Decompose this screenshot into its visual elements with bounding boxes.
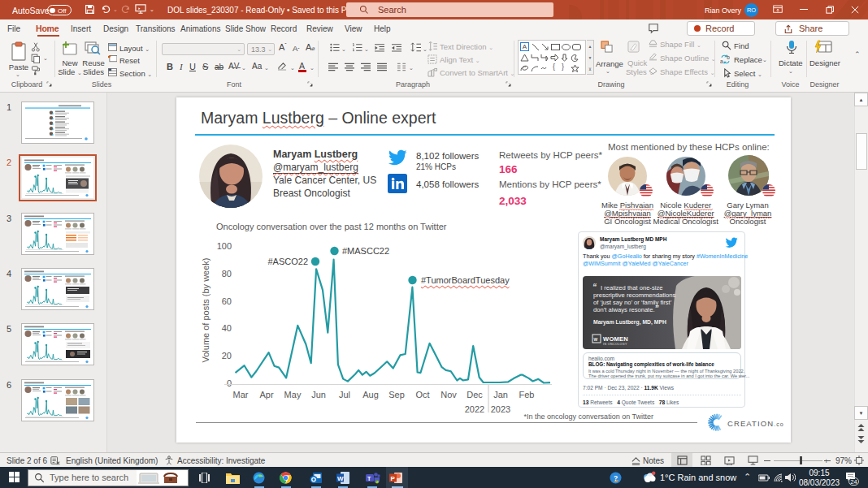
svg-text:“: “ <box>592 283 597 292</box>
svg-text:prescriptive recommendations: prescriptive recommendations <box>593 292 675 299</box>
svg-text:W: W <box>337 475 344 482</box>
svg-text:WOMEN: WOMEN <box>603 335 628 343</box>
svg-text:b: b <box>727 54 730 60</box>
svg-text:IN ONCOLOGY: IN ONCOLOGY <box>603 343 627 346</box>
svg-text:I realized that one-size: I realized that one-size <box>601 284 662 292</box>
svg-text:T: T <box>367 476 371 482</box>
svg-text:a: a <box>720 58 723 64</box>
svg-text:?: ? <box>614 474 618 482</box>
svg-text:of ‘just say no’ or ‘family fi: of ‘just say no’ or ‘family first’ <box>593 299 672 306</box>
svg-text:✓: ✓ <box>376 480 379 484</box>
svg-text:Maryam Lustberg, MD, MPH: Maryam Lustberg, MD, MPH <box>593 319 666 326</box>
svg-text:W: W <box>594 337 598 342</box>
svg-text:P: P <box>391 475 396 482</box>
svg-text:don’t always resonate.”: don’t always resonate.” <box>593 304 659 313</box>
